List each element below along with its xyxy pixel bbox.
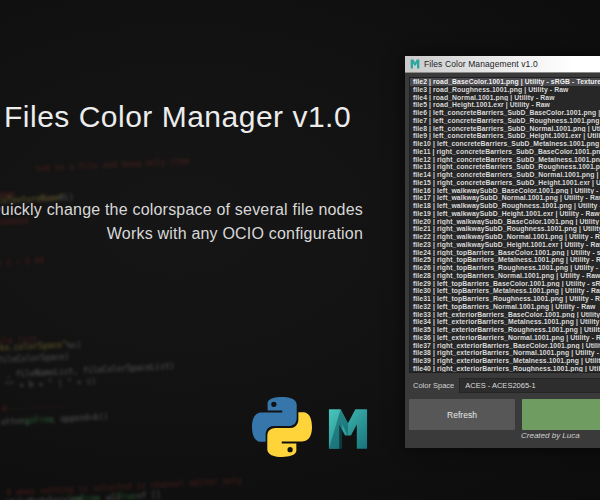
- file-row[interactable]: file31 | left_topBarriers_Roughness.1001…: [410, 295, 600, 303]
- code-fragment: # d = 0 ##: [0, 256, 45, 268]
- file-row[interactable]: file26 | right_topBarriers_Roughness.100…: [410, 264, 600, 272]
- code-fragment: %s): [66, 341, 81, 351]
- file-row[interactable]: file2 | road_BaseColor.1001.png | Utilit…: [410, 78, 600, 86]
- hero-title: Files Color Manager v1.0: [4, 100, 424, 134]
- code-fragment: # when nothing is selected in channel ed…: [6, 476, 242, 497]
- file-row[interactable]: file19 | left_walkwaySubD_Height.1001.ex…: [410, 210, 600, 218]
- file-row[interactable]: file38 | right_exteriorBarriers_Normal.1…: [410, 349, 600, 357]
- code-fragment: , fileNameList, fileColorSpaceList): [6, 362, 175, 380]
- file-row[interactable]: file25 | right_topBarriers_Metalness.100…: [410, 256, 600, 264]
- file-row[interactable]: file35 | left_exteriorBarriers_Roughness…: [410, 326, 600, 334]
- file-row[interactable]: file32 | left_topBarriers_Normal.1001.pn…: [410, 303, 600, 311]
- file-row[interactable]: file4 | road_Normal.1001.png | Utility -…: [410, 94, 600, 102]
- window-footer: Created by Luca: [409, 430, 600, 444]
- file-row[interactable]: file36 | left_exteriorBarriers_Normal.10…: [410, 334, 600, 342]
- file-row[interactable]: file6 | left_concreteBarriers_SubD_BaseC…: [410, 109, 600, 117]
- code-fragment: fileColorSpace): [0, 352, 70, 365]
- code-fragment: goFrom: [71, 494, 100, 500]
- file-row[interactable]: file8 | left_concreteBarriers_SubD_Norma…: [410, 125, 600, 133]
- files-color-management-window: Files Color Management v1.0 file2 | road…: [405, 56, 600, 448]
- file-row[interactable]: file20 | right_walkwaySubD_BaseColor.100…: [410, 218, 600, 226]
- maya-logo-icon: [326, 402, 370, 456]
- file-row[interactable]: file12 | right_concreteBarriers_SubD_Met…: [410, 156, 600, 164]
- code-fragment: True: [116, 492, 136, 500]
- code-fragment: goFrom: [24, 415, 53, 426]
- code-fragment: ile list: [0, 335, 37, 346]
- file-row[interactable]: file3 | road_Roughness.1001.png | Utilit…: [410, 86, 600, 94]
- file-row[interactable]: file7 | left_concreteBarriers_SubD_Rough…: [410, 117, 600, 125]
- color-space-row: Color Space ACES - ACES2065-1: [409, 378, 600, 393]
- code-fragment: , w1=: [96, 493, 121, 500]
- maya-m-icon: [410, 59, 420, 69]
- file-row[interactable]: file16 | left_walkwaySubD_BaseColor.1001…: [410, 187, 600, 195]
- file-row[interactable]: file28 | right_topBarriers_Normal.1001.p…: [410, 272, 600, 280]
- file-row[interactable]: file29 | left_topBarriers_BaseColor.1001…: [410, 280, 600, 288]
- file-row[interactable]: file11 | right_concreteBarriers_SubD_Bas…: [410, 148, 600, 156]
- code-fragment: ted to a file and keep only item: [35, 157, 189, 174]
- file-row[interactable]: file18 | left_walkwaySubD_Roughness.1001…: [410, 202, 600, 210]
- window-title: Files Color Management v1.0: [424, 59, 538, 69]
- file-row[interactable]: file9 | left_concreteBarriers_SubD_Heigh…: [410, 132, 600, 140]
- file-row[interactable]: file23 | right_walkwaySubD_Height.1001.e…: [410, 241, 600, 249]
- promo-canvas: ted to a file and keep only item#####"fi…: [0, 0, 600, 500]
- file-row[interactable]: file17 | left_walkwaySubD_Normal.1001.pn…: [410, 194, 600, 202]
- file-row[interactable]: file13 | right_concreteBarriers_SubD_Rou…: [410, 163, 600, 171]
- code-fragment: , append=b(): [50, 412, 108, 424]
- file-row[interactable]: file21 | right_walkwaySubD_Roughness.100…: [410, 225, 600, 233]
- credit-text: Created by Luca: [521, 431, 580, 440]
- button-row: Refresh: [409, 399, 600, 430]
- file-row[interactable]: file5 | road_Height.1001.exr | Utility -…: [410, 101, 600, 109]
- file-row[interactable]: file14 | right_concreteBarriers_SubD_Nor…: [410, 171, 600, 179]
- file-row[interactable]: file15 | right_concreteBarriers_SubD_Hei…: [410, 179, 600, 187]
- hero-subtitle-line1: Quickly change the colorspace of several…: [0, 201, 363, 219]
- code-fragment: #------------: [2, 402, 65, 414]
- file-row[interactable]: file24 | right_topBarriers_BaseColor.100…: [410, 249, 600, 257]
- hero-subtitle-line2: Works with any OCIO configuration: [107, 225, 363, 243]
- code-fragment: "" + b + " | " + c): [4, 377, 96, 391]
- file-row[interactable]: file39 | right_exteriorBarriers_Metalnes…: [410, 357, 600, 365]
- refresh-button[interactable]: Refresh: [409, 399, 515, 430]
- code-fragment: (fileNodeService,: [5, 495, 87, 500]
- code-fragment: #####: [0, 191, 15, 201]
- file-row[interactable]: file33 | left_exteriorBarriers_BaseColor…: [410, 311, 600, 319]
- file-row[interactable]: file30 | left_topBarriers_Metalness.1001…: [410, 287, 600, 295]
- file-list[interactable]: file2 | road_BaseColor.1001.png | Utilit…: [409, 77, 600, 373]
- code-fragment: utton,: [0, 416, 29, 427]
- code-fragment: "ko.colorSpace": [0, 340, 67, 353]
- window-body: file2 | road_BaseColor.1001.png | Utilit…: [405, 73, 600, 448]
- color-space-select[interactable]: ACES - ACES2065-1: [459, 378, 600, 393]
- window-titlebar[interactable]: Files Color Management v1.0: [405, 56, 600, 73]
- file-row[interactable]: file37 | right_exteriorBarriers_BaseColo…: [410, 342, 600, 350]
- file-row[interactable]: file40 | right_exteriorBarriers_Roughnes…: [410, 365, 600, 373]
- color-space-label: Color Space: [409, 381, 459, 390]
- file-row[interactable]: file10 | left_concreteBarriers_SubD_Meta…: [410, 140, 600, 148]
- file-row[interactable]: file22 | right_walkwaySubD_Normal.1001.p…: [410, 233, 600, 241]
- code-fragment: of []: [136, 491, 161, 500]
- file-row[interactable]: file34 | left_exteriorBarriers_Metalness…: [410, 318, 600, 326]
- python-logo-icon: [252, 397, 312, 457]
- apply-green-button[interactable]: [522, 399, 600, 430]
